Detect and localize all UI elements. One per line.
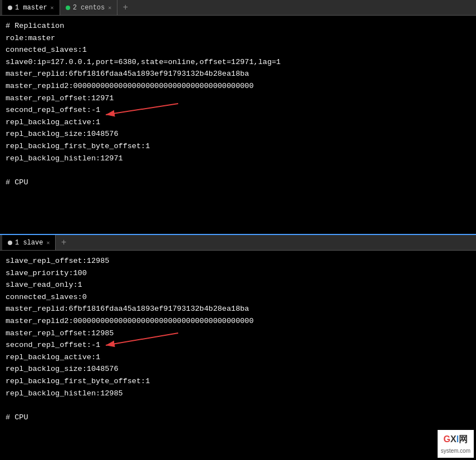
tab-close-centos[interactable]: ✕ <box>108 4 111 11</box>
tab-label-master: 1 master <box>15 4 47 12</box>
watermark-logo: GXI网 <box>444 432 468 447</box>
bottom-tab-bar: 1 slave ✕ + <box>0 235 476 251</box>
terminal-window: 1 master ✕ 2 centos ✕ + # Replication ro… <box>0 0 476 460</box>
tab-close-master[interactable]: ✕ <box>51 4 54 11</box>
tab-add-top[interactable]: + <box>119 1 132 14</box>
watermark-text: GXI网 system.com <box>441 432 470 456</box>
top-terminal-content: # Replication role:master connected_slav… <box>0 16 476 234</box>
top-terminal-text: # Replication role:master connected_slav… <box>6 20 470 188</box>
watermark-url: system.com <box>441 447 470 456</box>
bottom-terminal-content: slave_repl_offset:12985 slave_priority:1… <box>0 251 476 460</box>
bottom-terminal-text: slave_repl_offset:12985 slave_priority:1… <box>6 255 470 423</box>
tab-slave[interactable]: 1 slave ✕ <box>2 235 56 250</box>
tab-dot-centos <box>66 6 70 10</box>
tab-dot-master <box>8 6 12 10</box>
tab-add-bottom[interactable]: + <box>57 236 70 249</box>
tab-label-centos: 2 centos <box>73 4 105 12</box>
watermark: GXI网 system.com <box>438 430 474 458</box>
pane-bottom: 1 slave ✕ + slave_repl_offset:12985 slav… <box>0 234 476 460</box>
tab-dot-slave <box>8 241 12 245</box>
tab-close-slave[interactable]: ✕ <box>46 239 50 246</box>
tab-centos[interactable]: 2 centos ✕ <box>60 0 118 15</box>
top-tab-bar: 1 master ✕ 2 centos ✕ + <box>0 0 476 16</box>
tab-master[interactable]: 1 master ✕ <box>2 0 60 15</box>
tab-label-slave: 1 slave <box>15 239 43 247</box>
pane-top: 1 master ✕ 2 centos ✕ + # Replication ro… <box>0 0 476 234</box>
